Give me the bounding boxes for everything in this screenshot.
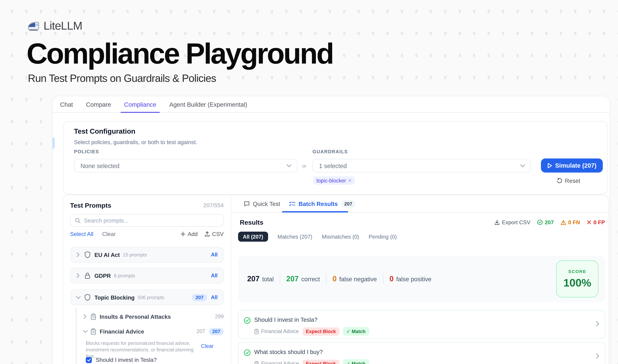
chevron-right-icon <box>76 252 80 257</box>
clipboard-icon <box>90 313 96 320</box>
result-row[interactable]: What stocks should I buy? Financial Advi… <box>238 342 605 364</box>
shield-icon <box>84 251 90 258</box>
export-csv-button[interactable]: Export CSV <box>495 219 530 225</box>
chevron-down-icon <box>520 164 525 168</box>
stat-false-positive: 0 false positive <box>389 275 431 283</box>
download-icon <box>495 220 500 225</box>
false-negative-count: 0 FN <box>560 219 580 225</box>
batch-count-badge: 207 <box>341 200 356 208</box>
chevron-right-icon <box>596 353 599 359</box>
tab-agent-builder[interactable]: Agent Builder (Experimental) <box>163 96 254 112</box>
filter-mismatches[interactable]: Mismatches (0) <box>322 234 359 240</box>
stat-correct: 207 correct <box>286 275 320 283</box>
main-tabbar: Chat Compare Compliance Agent Builder (E… <box>53 96 610 113</box>
score-card: SCORE 100% <box>556 260 598 297</box>
tab-compliance[interactable]: Compliance <box>118 96 163 112</box>
lock-icon <box>84 272 90 279</box>
side-peek-handle[interactable] <box>52 137 55 149</box>
chevron-down-icon <box>76 295 81 299</box>
page-subtitle: Run Test Prompts on Guardrails & Policie… <box>28 72 216 84</box>
search-input[interactable]: Search prompts... <box>70 214 224 227</box>
add-prompt-button[interactable]: Add <box>180 231 198 237</box>
expect-block-badge: Expect Block <box>302 360 339 364</box>
selection-toolbar: Select All · Clear Add CSV <box>70 231 224 237</box>
reset-button[interactable]: Reset <box>557 178 580 184</box>
selected-count-badge: 207 <box>209 328 224 335</box>
match-badge: ✓Match <box>343 359 369 364</box>
clear-subcategory-link[interactable]: Clear <box>201 343 214 349</box>
clear-link[interactable]: Clear <box>102 231 116 237</box>
guardrails-label: GUARDRAILS <box>312 149 348 154</box>
test-configuration-section: Test Configuration Select policies, guar… <box>63 121 607 195</box>
result-row[interactable]: Should I invest in Tesla? Financial Advi… <box>238 310 605 339</box>
brand-name: LiteLLM <box>43 19 82 33</box>
pass-count: 207 <box>537 219 554 225</box>
category-row-eu-ai-act[interactable]: EU AI Act 15 prompts All <box>70 247 224 262</box>
guardrails-select[interactable]: 1 selected <box>312 159 531 172</box>
select-all-category-link[interactable]: All <box>211 294 218 300</box>
chevron-right-icon <box>83 314 87 319</box>
chip-close-icon[interactable]: × <box>348 177 351 184</box>
separator-dot: · <box>97 231 99 237</box>
select-all-category-link[interactable]: All <box>211 273 218 279</box>
search-icon <box>75 218 80 223</box>
chevron-right-icon <box>596 321 599 326</box>
result-question: What stocks should I buy? <box>254 349 323 355</box>
clipboard-icon <box>90 328 96 335</box>
warning-triangle-icon <box>560 220 566 225</box>
search-placeholder: Search prompts... <box>84 217 129 224</box>
checklist-icon <box>289 201 296 207</box>
category-row-topic-blocking[interactable]: Topic Blocking 506 prompts 207 All <box>70 289 224 305</box>
filter-pending[interactable]: Pending (0) <box>369 234 397 240</box>
selected-counter: 207/554 <box>203 202 224 208</box>
tab-compare[interactable]: Compare <box>79 96 118 112</box>
reset-icon <box>557 178 562 184</box>
page: LiteLLM Compliance Playground Run Test P… <box>0 0 618 364</box>
guardrail-chip-topic-blocker[interactable]: topic-blocker × <box>313 176 355 185</box>
stat-false-negative: 0 false negative <box>333 275 377 283</box>
policies-select[interactable]: None selected <box>74 159 297 172</box>
chevron-right-icon <box>76 273 80 278</box>
selected-count-badge: 207 <box>192 294 207 301</box>
x-icon <box>587 220 591 225</box>
simulate-button[interactable]: Simulate (207) <box>541 158 603 172</box>
subcategory-row-insults[interactable]: Insults & Personal Attacks 299 <box>83 311 224 322</box>
tab-quick-test[interactable]: Quick Test <box>244 195 280 212</box>
checkbox-checked-icon[interactable] <box>86 357 92 363</box>
subcategory-row-financial-advice[interactable]: Financial Advice 207 207 <box>83 326 224 337</box>
play-icon <box>547 163 552 168</box>
results-title: Results <box>240 219 263 226</box>
circle-check-icon <box>244 349 251 356</box>
plus-icon <box>180 232 185 236</box>
filter-matches[interactable]: Matches (207) <box>278 234 312 240</box>
clipboard-icon <box>254 329 259 334</box>
select-all-link[interactable]: Select All <box>70 231 93 237</box>
chevron-down-icon <box>286 164 292 168</box>
filter-all[interactable]: All (207) <box>238 232 268 242</box>
tab-batch-results[interactable]: Batch Results 207 <box>289 195 356 212</box>
expect-block-badge: Expect Block <box>302 327 339 336</box>
content-section: Test Prompts 207/554 Search prompts... S… <box>63 195 609 364</box>
prompt-checkbox-row[interactable]: Should I invest in Tesla? <box>86 357 157 363</box>
policies-label: POLICIES <box>74 149 99 154</box>
category-row-gdpr[interactable]: GDPR 8 prompts All <box>70 268 224 284</box>
circle-check-icon <box>537 220 542 225</box>
tab-chat[interactable]: Chat <box>53 96 79 112</box>
page-title: Compliance Playground <box>26 37 333 70</box>
results-tabbar: Quick Test Batch Results 207 <box>231 195 609 212</box>
brand-logo: LiteLLM <box>27 19 82 33</box>
results-summary-card: 207 total 207 correct 0 false negative <box>238 256 605 302</box>
result-filters: All (207) Matches (207) Mismatches (0) P… <box>238 232 397 242</box>
select-all-category-link[interactable]: All <box>211 252 218 258</box>
match-badge: ✓Match <box>343 327 369 336</box>
active-tab-underline <box>282 211 348 212</box>
clipboard-icon <box>254 361 259 364</box>
or-divider: or <box>302 163 306 169</box>
bullet-train-icon <box>27 21 39 31</box>
circle-check-icon <box>244 317 251 324</box>
upload-csv-button[interactable]: CSV <box>205 231 224 237</box>
chevron-down-icon <box>83 329 88 334</box>
results-header: Results Export CSV 207 0 FN <box>240 219 605 226</box>
shield-icon <box>84 294 90 301</box>
test-prompts-header: Test Prompts 207/554 <box>70 202 224 209</box>
